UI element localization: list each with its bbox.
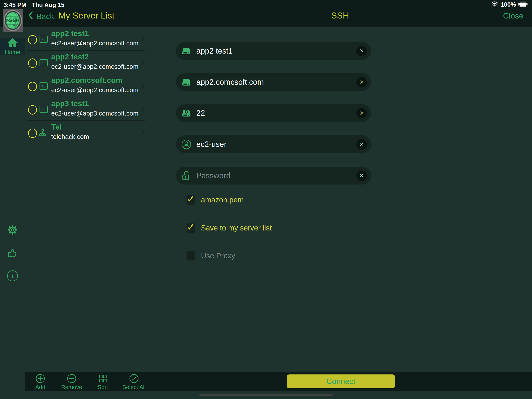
terminal-icon: >_ <box>39 36 48 43</box>
server-subtitle: ec2-user@app2.comcsoft.com <box>51 86 139 94</box>
server-subtitle: ec2-user@app2.comcsoft.com <box>51 39 139 47</box>
checkbox-unchecked[interactable] <box>186 251 196 261</box>
select-radio[interactable] <box>28 58 37 68</box>
sort-grid-icon <box>98 374 108 383</box>
gear-icon <box>7 225 18 235</box>
back-label: Back <box>36 12 54 21</box>
clear-icon[interactable]: ✕ <box>356 139 367 150</box>
host-input[interactable] <box>196 77 356 87</box>
sort-button[interactable]: Sort <box>88 374 117 390</box>
terminal-icon: >_ <box>39 82 48 90</box>
server-subtitle: ec2-user@app3.comcsoft.com <box>51 110 139 117</box>
server-row-app2-comcsoft[interactable]: >_ app2.comcsoft.com ec2-user@app2.comcs… <box>25 74 149 97</box>
remove-icon <box>67 374 76 383</box>
server-title: app2 test1 <box>51 29 89 38</box>
terminal-icon: >_ <box>39 106 48 113</box>
key-file-checkbox-row[interactable]: ✓ amazon.pem <box>186 195 244 205</box>
home-label: Home <box>5 49 20 56</box>
clear-icon[interactable]: ✕ <box>356 77 367 87</box>
server-row-app2-test1[interactable]: >_ app2 test1 ec2-user@app2.comcsoft.com <box>25 27 149 51</box>
thumbs-up-icon <box>7 248 18 258</box>
save-to-list-label: Save to my server list <box>201 224 272 232</box>
server-row-tel[interactable]: Tel telehack.com <box>25 121 149 144</box>
add-label: Add <box>35 384 45 390</box>
rate-button[interactable] <box>7 248 18 258</box>
select-radio[interactable] <box>28 105 37 115</box>
username-field: ✕ <box>176 135 371 153</box>
back-button[interactable]: Back <box>28 11 54 21</box>
remove-label: Remove <box>61 384 82 390</box>
sidebar-item-home[interactable]: Home <box>0 38 25 55</box>
info-glyph: i <box>12 272 13 280</box>
user-icon <box>181 139 192 150</box>
chevron-right-icon <box>142 83 145 90</box>
username-input[interactable] <box>196 140 356 149</box>
chevron-right-icon <box>142 59 145 66</box>
select-radio[interactable] <box>28 82 37 91</box>
home-indicator[interactable] <box>199 394 333 396</box>
server-row-app2-test2[interactable]: >_ app2 test2 ec2-user@app2.comcsoft.com <box>25 51 149 74</box>
port-input[interactable] <box>196 109 356 118</box>
page-title: SSH <box>331 11 349 21</box>
checkbox-checked[interactable]: ✓ <box>186 223 196 233</box>
info-icon: i <box>7 270 18 281</box>
key-file-label: amazon.pem <box>201 196 244 204</box>
server-title: app2 test2 <box>51 53 89 61</box>
select-all-button[interactable]: Select All <box>119 374 149 390</box>
use-proxy-checkbox-row[interactable]: Use Proxy <box>186 251 235 261</box>
connect-button[interactable]: Connect <box>287 374 395 388</box>
select-all-icon <box>129 374 139 383</box>
server-title: app2.comcsoft.com <box>51 76 122 84</box>
ssh-globe-icon: >SSH Pro <box>4 10 22 31</box>
settings-button[interactable] <box>7 225 18 235</box>
top-bar: 3:45 PM Thu Aug 15 100% <box>0 0 532 27</box>
svg-text:>SSH: >SSH <box>6 17 20 23</box>
clear-icon[interactable]: ✕ <box>356 108 367 118</box>
info-button[interactable]: i <box>7 270 18 281</box>
check-icon: ✓ <box>187 193 195 205</box>
close-button[interactable]: Close <box>503 11 523 20</box>
server-name-field: ✕ <box>176 42 371 60</box>
server-row-app3-test1[interactable]: >_ app3 test1 ec2-user@app3.comcsoft.com <box>25 97 149 121</box>
chevron-right-icon <box>142 36 145 43</box>
password-field: ✕ <box>176 167 371 185</box>
add-button[interactable]: Add <box>26 374 55 390</box>
select-radio[interactable] <box>28 35 37 45</box>
select-all-label: Select All <box>122 384 146 390</box>
chevron-right-icon <box>142 129 145 136</box>
password-input[interactable] <box>196 171 356 180</box>
lock-open-icon <box>181 170 192 181</box>
port-field: ✕ <box>176 104 371 122</box>
server-title: Tel <box>51 123 62 131</box>
home-icon <box>7 38 18 48</box>
check-icon: ✓ <box>187 221 195 233</box>
server-name-input[interactable] <box>196 46 356 56</box>
remove-button[interactable]: Remove <box>57 374 86 390</box>
server-subtitle: ec2-user@app2.comcsoft.com <box>51 63 139 70</box>
ssh-app-screen: 3:45 PM Thu Aug 15 100% <box>0 0 532 399</box>
app-logo[interactable]: >SSH Pro <box>3 9 23 32</box>
server-list: >_ app2 test1 ec2-user@app2.comcsoft.com… <box>25 27 149 144</box>
status-time: 3:45 PM <box>4 1 26 9</box>
server-icon <box>181 46 192 56</box>
save-to-list-checkbox-row[interactable]: ✓ Save to my server list <box>186 223 272 233</box>
bottom-toolbar: Add Remove Sort Select All Connect <box>25 372 532 391</box>
server-icon <box>181 77 192 87</box>
server-list-title: My Server List <box>58 11 114 21</box>
checkbox-checked[interactable]: ✓ <box>186 195 196 205</box>
battery-icon <box>518 1 529 8</box>
network-icon <box>39 129 46 137</box>
clear-icon[interactable]: ✕ <box>356 170 367 181</box>
server-subtitle: telehack.com <box>51 133 89 141</box>
use-proxy-label: Use Proxy <box>201 252 235 260</box>
chevron-right-icon <box>142 106 145 113</box>
add-icon <box>35 374 45 383</box>
host-field: ✕ <box>176 73 371 91</box>
svg-text:Pro: Pro <box>13 24 18 27</box>
status-date: Thu Aug 15 <box>32 1 64 9</box>
wifi-icon <box>491 1 498 8</box>
status-left: 3:45 PM Thu Aug 15 <box>4 1 64 9</box>
battery-percent: 100% <box>501 1 516 8</box>
select-radio[interactable] <box>28 129 37 138</box>
clear-icon[interactable]: ✕ <box>356 46 367 56</box>
